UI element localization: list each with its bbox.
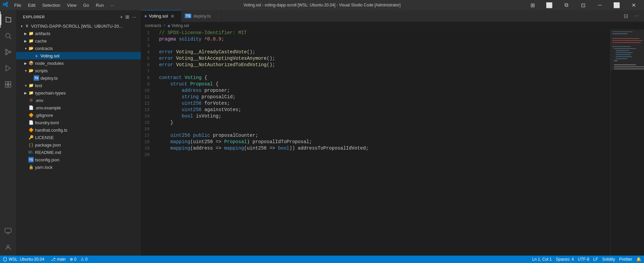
tree-item-voting-sol[interactable]: ◈ Voting.sol [16, 52, 141, 59]
menu-go[interactable]: Go [81, 2, 92, 8]
menu-run[interactable]: Run [93, 2, 106, 8]
tree-item-env[interactable]: ⚙ .env [16, 97, 141, 104]
menu-view[interactable]: View [64, 2, 79, 8]
tree-item-test[interactable]: ▾ 📁 test [16, 82, 141, 89]
activity-search[interactable] [0, 28, 16, 44]
tree-label-scripts: scripts [35, 68, 138, 73]
new-file-button[interactable]: + [119, 14, 123, 20]
title-bar-left: File Edit Selection View Go Run ··· [3, 1, 117, 9]
tree-label-artifacts: artifacts [35, 31, 138, 36]
tab-deploy-ts[interactable]: TS deploy.ts [181, 10, 222, 22]
editor-area: ◈ Voting.sol ✕ TS deploy.ts ⊟ ··· contra… [141, 10, 644, 256]
activity-run[interactable] [0, 60, 16, 76]
tree-item-contracts[interactable]: ▾ 📂 contracts [16, 45, 141, 52]
breadcrumb-file[interactable]: Voting.sol [172, 23, 189, 28]
code-line [158, 68, 610, 75]
status-remote[interactable]: WSL: Ubuntu-20.04 [0, 256, 47, 263]
tree-item-readme[interactable]: M↓ README.md [16, 149, 141, 156]
folder-open-icon: 📂 [28, 68, 34, 73]
expand-icon [23, 127, 28, 133]
tree-item-env-example[interactable]: 📄 .env.example [16, 104, 141, 111]
expand-icon [28, 75, 34, 81]
maximize-editor-button[interactable]: ⬜ [542, 0, 557, 10]
git-file-icon: 🔶 [28, 112, 34, 118]
code-editor: 1234567891011121314151617181920 // SPDX-… [141, 30, 644, 256]
tab-close-button[interactable]: ✕ [170, 14, 175, 19]
new-folder-button[interactable]: ⊞ [125, 14, 130, 20]
close-button[interactable]: ✕ [626, 0, 641, 10]
workspace-icon: V [24, 23, 30, 29]
tree-label-contracts: contracts [35, 46, 138, 51]
code-line: error Voting__NotAuthorizedToEndVoting()… [158, 62, 610, 68]
status-branch[interactable]: ⎇ main [51, 257, 65, 262]
expand-icon: ▶ [23, 90, 28, 96]
status-eol[interactable]: LF [593, 257, 598, 262]
status-ln-col[interactable]: Ln 1, Col 1 [532, 257, 552, 262]
workspace-label: VOTING-DAPP-SCROLL [WSL: UBUNTU-20... [31, 24, 138, 29]
test-folder-icon: 📁 [28, 83, 34, 88]
svg-point-11 [7, 245, 9, 247]
more-tab-actions-button[interactable]: ··· [632, 11, 641, 21]
more-actions-button[interactable]: ··· [131, 14, 137, 20]
status-bell-icon[interactable]: 🔔 [636, 257, 641, 262]
tab-voting-sol[interactable]: ◈ Voting.sol ✕ [141, 10, 181, 22]
expand-icon [23, 164, 28, 170]
status-warnings[interactable]: ⚠ 0 [81, 257, 88, 262]
toml-file-icon: 📄 [28, 120, 34, 125]
minimap [610, 30, 644, 256]
expand-icon [23, 150, 28, 155]
layout-panels-button[interactable]: ⊞ [525, 0, 540, 10]
tree-item-tsconfig[interactable]: TS tsconfig.json [16, 156, 141, 163]
menu-edit[interactable]: Edit [25, 2, 38, 8]
status-errors[interactable]: ⊗ 0 [70, 257, 76, 262]
svg-line-1 [9, 37, 11, 39]
tree-item-artifacts[interactable]: ▶ 📁 artifacts [16, 30, 141, 37]
code-line: address proposer; [158, 87, 610, 94]
layout-button[interactable]: ⊡ [575, 0, 591, 10]
tree-item-typechain-types[interactable]: ▶ 📁 typechain-types [16, 89, 141, 97]
status-encoding[interactable]: UTF-8 [578, 257, 589, 262]
tabs-right-actions: ⊟ ··· [621, 11, 644, 21]
code-line: struct Proposal { [158, 81, 610, 87]
tree-item-yarn-lock[interactable]: 🔒 yarn.lock [16, 163, 141, 171]
svg-point-0 [6, 33, 10, 38]
minimize-button[interactable]: ─ [592, 0, 608, 10]
activity-explorer[interactable] [0, 11, 16, 28]
svg-rect-7 [8, 82, 11, 84]
activity-account[interactable] [0, 239, 16, 256]
tree-item-gitignore[interactable]: 🔶 .gitignore [16, 111, 141, 119]
tree-item-node-modules[interactable]: ▶ 📦 node_modules [16, 59, 141, 67]
activity-remote[interactable] [0, 223, 16, 239]
code-line: pragma solidity ^0.8.9; [158, 36, 610, 43]
split-editor-right-button[interactable]: ⊟ [621, 11, 631, 21]
tree-label-gitignore: .gitignore [35, 113, 138, 118]
breadcrumb-contracts[interactable]: contracts [145, 23, 161, 28]
menu-file[interactable]: File [11, 2, 24, 8]
window-title: Voting.sol - voting-dapp-scroll [WSL: Ub… [243, 3, 400, 7]
code-line [158, 126, 610, 132]
tree-item-foundry-toml[interactable]: 📄 foundry.toml [16, 119, 141, 126]
activity-source-control[interactable] [0, 44, 16, 60]
tree-label-readme: README.md [35, 150, 138, 155]
tree-item-scripts[interactable]: ▾ 📂 scripts [16, 67, 141, 74]
code-content[interactable]: // SPDX-License-Identifier: MITpragma so… [158, 30, 610, 256]
workspace-root[interactable]: ▾ V VOTING-DAPP-SCROLL [WSL: UBUNTU-20..… [16, 22, 141, 30]
line-number: 16 [141, 126, 152, 132]
activity-extensions[interactable] [0, 76, 16, 93]
split-editor-button[interactable]: ⧉ [558, 0, 574, 10]
status-formatter[interactable]: Prettier [619, 257, 632, 262]
tree-item-license[interactable]: 🔑 LICENSE [16, 134, 141, 141]
tree-item-cache[interactable]: ▶ 📁 cache [16, 37, 141, 45]
file-default-icon: 📄 [28, 105, 34, 110]
tree-item-hardhat-config[interactable]: 🔶 hardhat.config.ts [16, 126, 141, 134]
code-line: error Voting__NotAcceptingVotesAnymore()… [158, 55, 610, 62]
tree-item-deploy-ts[interactable]: TS deploy.ts [16, 74, 141, 82]
menu-more[interactable]: ··· [108, 2, 117, 8]
restore-button[interactable]: ⬜ [609, 0, 624, 10]
expand-icon: ▾ [19, 23, 24, 29]
svg-point-3 [5, 53, 7, 55]
status-language[interactable]: Solidity [602, 257, 615, 262]
tree-item-package-json[interactable]: { } package.json [16, 141, 141, 149]
menu-selection[interactable]: Selection [39, 2, 63, 8]
status-spaces[interactable]: Spaces: 4 [556, 257, 574, 262]
